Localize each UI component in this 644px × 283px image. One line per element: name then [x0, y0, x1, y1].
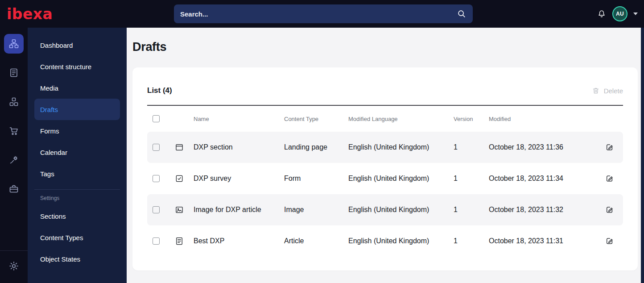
sidebar-item-label: Content Types	[40, 234, 83, 241]
scrollbar[interactable]	[641, 28, 644, 283]
search-input[interactable]	[180, 10, 457, 18]
cell-name: DXP section	[194, 143, 284, 151]
table-header-row: Name Content Type Modified Language Vers…	[147, 106, 623, 132]
cell-modified: October 18, 2023 11:32	[489, 206, 596, 214]
delete-button[interactable]: Delete	[592, 87, 623, 95]
search-icon[interactable]	[457, 9, 466, 19]
content-pages-icon	[8, 67, 19, 78]
sidebar-item-forms[interactable]: Forms	[34, 120, 120, 142]
avatar[interactable]: AU	[612, 6, 627, 21]
sidebar-item-label: Media	[40, 84, 58, 92]
cell-content-type: Form	[284, 175, 348, 183]
settings-section-label: Settings	[34, 195, 120, 201]
sidebar-item-calendar[interactable]: Calendar	[34, 142, 120, 163]
caret-down-icon[interactable]	[633, 12, 638, 15]
rail-item-personalization[interactable]	[4, 150, 24, 170]
edit-pencil-icon	[605, 174, 614, 183]
column-header-modified: Modified	[489, 116, 596, 122]
column-header-content-type: Content Type	[284, 116, 348, 122]
image-icon	[165, 205, 194, 214]
cell-version: 1	[454, 237, 489, 245]
rail-bottom	[0, 250, 28, 283]
sidebar-item-label: Dashboard	[40, 42, 73, 49]
form-icon	[165, 174, 194, 183]
global-search[interactable]	[174, 4, 473, 23]
cart-icon	[8, 125, 19, 136]
sidebar-item-tags[interactable]: Tags	[34, 163, 120, 184]
settings-gear-icon	[8, 261, 19, 271]
rail-item-settings[interactable]	[4, 256, 24, 276]
edit-pencil-icon	[605, 237, 614, 246]
rail-item-media[interactable]	[4, 92, 24, 112]
icon-rail	[0, 28, 28, 283]
row-checkbox[interactable]	[153, 175, 160, 182]
sidebar-item-object-states[interactable]: Object States	[34, 248, 120, 270]
sitemap-icon	[8, 38, 19, 49]
cell-content-type: Article	[284, 237, 348, 245]
cell-version: 1	[454, 206, 489, 214]
main-content: Drafts List (4) Delete	[127, 28, 644, 283]
drafts-card: List (4) Delete Name	[132, 67, 638, 271]
column-header-modified-language: Modified Language	[348, 116, 454, 122]
brand-logo[interactable]: ibexa	[0, 7, 127, 21]
edit-pencil-icon	[605, 143, 614, 152]
cell-content-type: Image	[284, 206, 348, 214]
avatar-initials: AU	[616, 11, 624, 17]
table-row[interactable]: Best DXP Article English (United Kingdom…	[147, 225, 623, 257]
sidebar-item-sections[interactable]: Sections	[34, 205, 120, 227]
cell-name: Best DXP	[194, 237, 284, 245]
sidebar: Dashboard Content structure Media Drafts…	[28, 28, 127, 283]
cell-language: English (United Kingdom)	[348, 175, 454, 183]
sidebar-item-label: Tags	[40, 170, 54, 178]
page-title: Drafts	[132, 40, 638, 54]
cell-content-type: Landing page	[284, 143, 348, 151]
sidebar-item-label: Sections	[40, 212, 66, 220]
table-row[interactable]: Image for DXP article Image English (Uni…	[147, 194, 623, 225]
sidebar-item-content-types[interactable]: Content Types	[34, 227, 120, 248]
table-row[interactable]: DXP survey Form English (United Kingdom)…	[147, 163, 623, 194]
rail-item-content[interactable]	[4, 34, 24, 54]
landing-page-icon	[165, 143, 194, 152]
cell-name: DXP survey	[194, 175, 284, 183]
blocks-icon	[8, 96, 19, 107]
sidebar-item-label: Calendar	[40, 149, 67, 156]
brand-logo-text: ibexa	[7, 7, 53, 21]
column-header-name: Name	[194, 116, 284, 122]
sidebar-item-label: Object States	[40, 255, 80, 263]
sidebar-item-dashboard[interactable]: Dashboard	[34, 34, 120, 56]
trash-icon	[592, 87, 600, 95]
article-icon	[165, 237, 194, 246]
personalization-gear-icon	[8, 154, 19, 165]
sidebar-item-label: Drafts	[40, 106, 58, 113]
sidebar-item-drafts[interactable]: Drafts	[34, 99, 120, 120]
cell-modified: October 18, 2023 11:34	[489, 175, 596, 183]
cell-modified: October 18, 2023 11:36	[489, 143, 596, 151]
cell-name: Image for DXP article	[194, 206, 284, 214]
cell-language: English (United Kingdom)	[348, 143, 454, 151]
cell-version: 1	[454, 143, 489, 151]
sidebar-item-label: Content structure	[40, 63, 91, 71]
row-checkbox[interactable]	[153, 206, 160, 213]
row-checkbox[interactable]	[153, 144, 160, 151]
topbar-actions: AU	[597, 6, 644, 21]
edit-pencil-icon	[605, 205, 614, 214]
sidebar-item-label: Forms	[40, 127, 59, 135]
row-checkbox[interactable]	[153, 237, 160, 245]
bell-icon[interactable]	[597, 9, 607, 19]
edit-button[interactable]	[603, 172, 616, 185]
table-row[interactable]: DXP section Landing page English (United…	[147, 132, 623, 163]
delete-button-label: Delete	[604, 87, 623, 95]
cell-modified: October 18, 2023 11:31	[489, 237, 596, 245]
sidebar-item-content-structure[interactable]: Content structure	[34, 56, 120, 77]
topbar: ibexa AU	[0, 0, 644, 28]
rail-item-pages[interactable]	[4, 63, 24, 83]
rail-item-commerce[interactable]	[4, 121, 24, 141]
briefcase-icon	[8, 183, 19, 194]
edit-button[interactable]	[603, 235, 616, 247]
rail-item-products[interactable]	[4, 179, 24, 199]
edit-button[interactable]	[603, 141, 616, 154]
app-window: ibexa AU	[0, 0, 644, 283]
edit-button[interactable]	[603, 204, 616, 216]
sidebar-item-media[interactable]: Media	[34, 77, 120, 99]
select-all-checkbox[interactable]	[153, 115, 160, 122]
